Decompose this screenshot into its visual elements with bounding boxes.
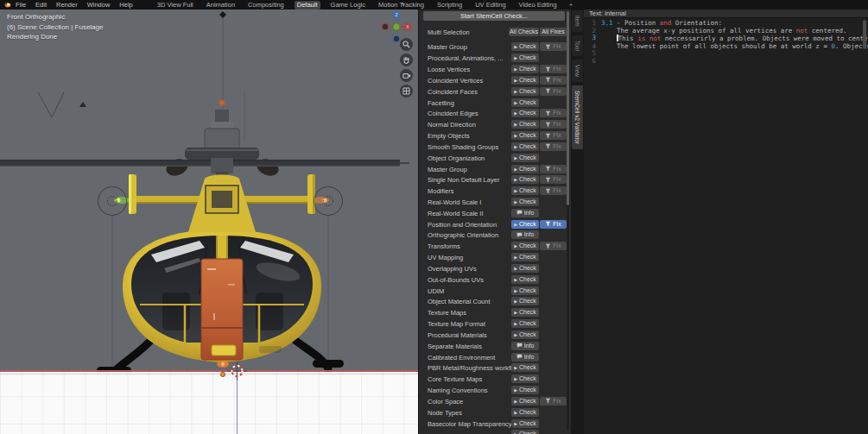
- info-button[interactable]: Info: [511, 209, 539, 217]
- code-segment: not: [796, 27, 808, 35]
- layout-tab-default[interactable]: Default: [295, 1, 320, 9]
- layout-tab-compositing[interactable]: Compositing: [245, 1, 287, 9]
- fix-button[interactable]: Fix: [540, 76, 567, 85]
- check-item-label: PBR Metal/Roughness workflow: [428, 364, 520, 372]
- layout-tab-video-editing[interactable]: Video Editing: [516, 1, 560, 9]
- validator-row-calibrated-environment: Calibrated EnvironmentInfo: [419, 351, 571, 362]
- check-button[interactable]: ▶Check: [511, 419, 539, 428]
- zoom-icon[interactable]: [400, 38, 413, 51]
- check-button[interactable]: ▶Check: [511, 363, 539, 372]
- filter-icon: [545, 221, 551, 227]
- fix-button[interactable]: Fix: [540, 142, 567, 151]
- validator-row-loose-vertices: Loose Vertices▶CheckFix: [419, 64, 571, 75]
- play-icon: ▶: [514, 319, 517, 328]
- menu-file[interactable]: File: [16, 1, 26, 9]
- check-button[interactable]: ▶Check: [511, 76, 539, 85]
- editor-scrollbar[interactable]: [863, 20, 866, 49]
- viewport-3d[interactable]: Front Orthographic (6) Scene Collection …: [0, 9, 418, 434]
- editor-header: Text: Internal: [584, 9, 868, 18]
- filter-icon: [545, 133, 551, 139]
- check-button[interactable]: ▶Check: [511, 297, 539, 305]
- check-button[interactable]: ▶Check: [511, 175, 539, 184]
- all-fixes-button[interactable]: All Fixes: [540, 28, 567, 36]
- fix-button[interactable]: Fix: [540, 165, 567, 173]
- viewport-add-button[interactable]: +: [401, 0, 405, 9]
- grid-ortho-icon[interactable]: [400, 85, 413, 97]
- add-layout-tab-button[interactable]: +: [569, 1, 573, 9]
- layout-tab-uv-editing[interactable]: UV Editing: [472, 1, 508, 9]
- check-button[interactable]: ▶Check: [511, 319, 539, 328]
- fix-button[interactable]: Fix: [540, 65, 567, 73]
- gizmo-neg-z-axis: [393, 35, 400, 42]
- menu-edit[interactable]: Edit: [35, 1, 47, 9]
- validator-row-uv-mapping: UV Mapping▶Check: [419, 252, 571, 263]
- text-editor[interactable]: Text: Internal 13.1 - Position and Orien…: [584, 0, 868, 434]
- check-button[interactable]: ▶Check: [511, 253, 539, 261]
- menu-window[interactable]: Window: [87, 1, 111, 9]
- info-button[interactable]: Info: [511, 230, 539, 239]
- check-button[interactable]: ▶Check: [511, 264, 539, 273]
- fix-button[interactable]: Fix: [540, 242, 567, 250]
- fix-button[interactable]: Fix: [540, 120, 567, 129]
- check-button[interactable]: ▶Check: [511, 242, 539, 250]
- check-button[interactable]: ▶Check: [511, 87, 539, 96]
- info-button[interactable]: Info: [511, 353, 539, 362]
- check-button[interactable]: ▶Check: [511, 165, 539, 173]
- code-line-4: 4 The lowest point of all objects should…: [584, 43, 863, 51]
- fix-button[interactable]: Fix: [540, 87, 567, 96]
- fix-button[interactable]: Fix: [540, 220, 567, 229]
- check-button[interactable]: ▶Check: [511, 308, 539, 317]
- check-button[interactable]: ▶Check: [511, 154, 539, 162]
- check-button[interactable]: ▶Check: [511, 98, 539, 107]
- layout-tab-animation[interactable]: Animation: [204, 1, 238, 9]
- check-button[interactable]: ▶Check: [511, 109, 539, 117]
- layout-tab-3d-view-full[interactable]: 3D View Full: [155, 1, 196, 9]
- check-button[interactable]: ▶Check: [511, 186, 539, 195]
- play-icon: ▶: [514, 87, 517, 96]
- menu-help[interactable]: Help: [119, 1, 132, 9]
- check-button[interactable]: ▶Check: [511, 65, 539, 73]
- gizmo-neg-x-axis: [382, 23, 389, 30]
- check-button[interactable]: ▶Check: [511, 120, 539, 129]
- side-tab-view[interactable]: View: [572, 60, 583, 82]
- check-button[interactable]: ▶Check: [511, 374, 539, 383]
- check-button[interactable]: ▶Check: [511, 408, 539, 417]
- fix-button[interactable]: Fix: [540, 397, 567, 406]
- check-button[interactable]: ▶Check: [511, 220, 539, 229]
- check-button[interactable]: ▶Check: [511, 286, 539, 295]
- camera-view-icon[interactable]: [400, 69, 413, 82]
- fix-button[interactable]: Fix: [540, 109, 567, 117]
- panel-scrollbar[interactable]: [567, 11, 569, 431]
- check-button[interactable]: ▶Check: [511, 53, 539, 62]
- check-button[interactable]: ▶Check: [511, 430, 539, 434]
- check-button[interactable]: ▶Check: [511, 330, 539, 339]
- check-button[interactable]: ▶Check: [511, 42, 539, 51]
- play-icon: ▶: [514, 53, 517, 62]
- code-lines[interactable]: 13.1 - Position and Orientation:2 The av…: [584, 20, 863, 66]
- pan-hand-icon[interactable]: [400, 53, 413, 66]
- layout-tab-scripting[interactable]: Scripting: [434, 1, 465, 9]
- layout-tab-game-logic[interactable]: Game Logic: [328, 1, 368, 9]
- filter-icon: [545, 44, 551, 50]
- fix-button[interactable]: Fix: [540, 186, 567, 195]
- start-stemcell-check-button[interactable]: Start StemCell Check...: [423, 11, 565, 21]
- check-button[interactable]: ▶Check: [511, 386, 539, 394]
- side-tab-item[interactable]: Item: [572, 10, 583, 32]
- info-bubble-icon: [516, 232, 523, 238]
- side-tab-stemcell-v2-validator[interactable]: StemCell v2 Validator: [572, 85, 583, 149]
- panel-scrollbar-thumb[interactable]: [567, 11, 569, 205]
- fix-button[interactable]: Fix: [540, 42, 567, 51]
- all-checks-button[interactable]: All Checks: [509, 28, 539, 36]
- check-button[interactable]: ▶Check: [511, 131, 539, 140]
- fix-button[interactable]: Fix: [540, 131, 567, 140]
- check-button[interactable]: ▶Check: [511, 198, 539, 206]
- check-button[interactable]: ▶Check: [511, 275, 539, 284]
- validator-row-naming-conventions: Naming Conventions▶Check: [419, 385, 571, 396]
- side-tab-tool[interactable]: Tool: [572, 35, 583, 56]
- play-icon: ▶: [514, 363, 517, 372]
- info-button[interactable]: Info: [511, 342, 539, 350]
- menu-render[interactable]: Render: [56, 1, 78, 9]
- check-button[interactable]: ▶Check: [511, 142, 539, 151]
- check-button[interactable]: ▶Check: [511, 397, 539, 406]
- fix-button[interactable]: Fix: [540, 175, 567, 184]
